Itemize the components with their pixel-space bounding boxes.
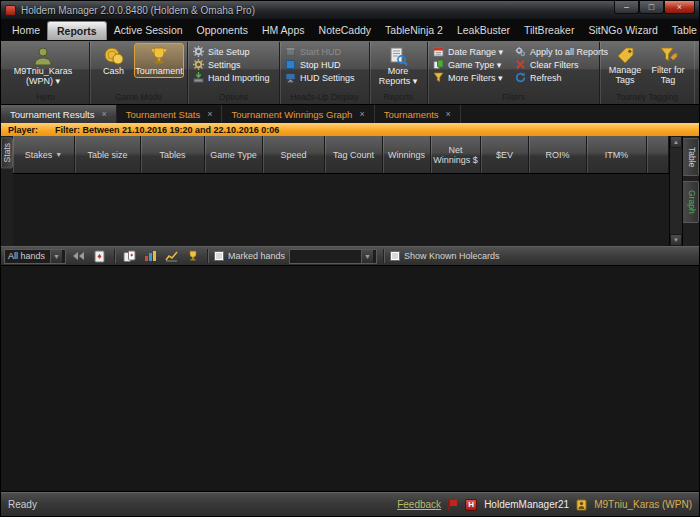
ribbon-group-hero: M9Tniu_Karas (WPN) ▾ Hero xyxy=(2,42,90,104)
column-header-itm[interactable]: ITM% xyxy=(587,136,647,173)
close-button[interactable]: × xyxy=(664,1,695,14)
menu-item-reports[interactable]: Reports xyxy=(47,21,107,40)
settings-label: Settings xyxy=(208,60,241,70)
game-type-label: Game Type ▾ xyxy=(448,60,501,70)
player-filter-label[interactable]: Player: xyxy=(1,125,45,135)
menu-item-tiltbreaker[interactable]: TiltBreaker xyxy=(517,21,581,39)
tab-tournament-winnings-graph[interactable]: Tournament Winnings Graph × xyxy=(222,105,374,123)
results-table-area: Stats Stakes▼ Table size Tables Game Typ… xyxy=(1,136,699,246)
more-reports-button[interactable]: More Reports ▾ xyxy=(373,43,423,88)
column-header-net-winnings[interactable]: Net Winnings $ xyxy=(431,136,481,173)
tab-label: Tournament Winnings Graph xyxy=(231,109,352,120)
close-tab-icon[interactable]: × xyxy=(446,109,451,119)
ribbon-group-tagging: Manage Tags Filter for Tag Tourney Taggi… xyxy=(600,42,694,104)
tab-tournaments[interactable]: Tournaments × xyxy=(375,105,461,123)
close-tab-icon[interactable]: × xyxy=(101,109,106,119)
table-header-row: Stakes▼ Table size Tables Game Type Spee… xyxy=(13,136,669,173)
account-name: HoldemManager21 xyxy=(484,499,569,510)
maximize-button[interactable]: □ xyxy=(639,1,664,14)
chevron-down-icon[interactable]: ▼ xyxy=(55,150,62,160)
column-label: Table size xyxy=(87,150,127,160)
titlebar: Holdem Manager 2.0.0.8480 (Holdem & Omah… xyxy=(1,1,699,19)
hands-filter-dropdown[interactable]: All hands ▼ xyxy=(4,249,66,264)
tourney-trophy-icon[interactable] xyxy=(184,249,201,264)
notification-flag-icon[interactable] xyxy=(448,499,458,511)
site-setup-label: Site Setup xyxy=(208,47,250,57)
menu-item-table-scanner[interactable]: Table Scanner xyxy=(665,21,700,39)
manage-tags-button[interactable]: Manage Tags xyxy=(603,43,647,87)
start-hud-label: Start HUD xyxy=(300,47,341,57)
clear-filters-button[interactable]: Clear Filters xyxy=(513,59,610,70)
show-known-holecards-checkbox[interactable] xyxy=(390,251,400,261)
menu-item-opponents[interactable]: Opponents xyxy=(190,21,255,39)
menu-item-notecaddy[interactable]: NoteCaddy xyxy=(312,21,379,39)
graph-side-tab[interactable]: Graph xyxy=(683,181,699,223)
column-header-tag-count[interactable]: Tag Count xyxy=(325,136,383,173)
column-header-table-size[interactable]: Table size xyxy=(75,136,141,173)
feedback-link[interactable]: Feedback xyxy=(397,499,441,510)
apply-gears-icon xyxy=(515,46,526,57)
menu-item-sitngo-wizard[interactable]: SitNGo Wizard xyxy=(581,21,664,39)
date-range-button[interactable]: Date Range ▾ xyxy=(431,46,505,57)
graph-icon[interactable] xyxy=(163,249,180,264)
filter-summary-text[interactable]: Filter: Between 21.10.2016 19:20 and 22.… xyxy=(45,125,279,135)
menu-item-tableninja[interactable]: TableNinja 2 xyxy=(378,21,450,39)
column-header-speed[interactable]: Speed xyxy=(263,136,325,173)
tab-tournament-stats[interactable]: Tournament Stats × xyxy=(117,105,223,123)
stats-side-tab[interactable]: Stats xyxy=(1,137,13,168)
menu-item-leakbuster[interactable]: LeakBuster xyxy=(450,21,517,39)
close-tab-icon[interactable]: × xyxy=(207,109,212,119)
column-header-winnings[interactable]: Winnings xyxy=(383,136,431,173)
hands-list-empty-panel[interactable] xyxy=(1,266,699,492)
hand-importing-button[interactable]: Hand Importing xyxy=(191,72,272,83)
menu-item-home[interactable]: Home xyxy=(5,21,47,39)
hero-selector[interactable]: M9Tniu_Karas (WPN) ▾ xyxy=(5,43,81,88)
trophy-icon xyxy=(149,46,169,66)
stats-chart-icon[interactable] xyxy=(142,249,159,264)
table-side-tab[interactable]: Table xyxy=(683,138,699,176)
holecards-icon[interactable] xyxy=(121,249,138,264)
site-setup-button[interactable]: Site Setup xyxy=(191,46,272,57)
apply-all-reports-button[interactable]: Apply to all Reports xyxy=(513,46,610,57)
logged-in-player: M9Tniu_Karas (WPN) xyxy=(594,499,692,510)
close-tab-icon[interactable]: × xyxy=(359,109,364,119)
refresh-button[interactable]: Refresh xyxy=(513,72,610,83)
cash-mode-button[interactable]: Cash xyxy=(93,43,134,78)
filter-for-tag-button[interactable]: Filter for Tag xyxy=(647,43,689,87)
menu-item-active-session[interactable]: Active Session xyxy=(107,21,190,39)
menubar: Home Reports Active Session Opponents HM… xyxy=(1,19,699,41)
tournament-mode-button[interactable]: Tournament xyxy=(134,43,184,78)
settings-button[interactable]: Settings xyxy=(191,59,272,70)
column-header-stakes[interactable]: Stakes▼ xyxy=(13,136,75,173)
replay-back-icon[interactable] xyxy=(70,249,87,264)
scroll-down-icon[interactable]: ▼ xyxy=(670,234,682,246)
column-header-game-type[interactable]: Game Type xyxy=(205,136,263,173)
menu-item-hm-apps[interactable]: HM Apps xyxy=(255,21,312,39)
marked-hands-checkbox[interactable] xyxy=(214,251,224,261)
table-body-empty[interactable] xyxy=(13,173,669,246)
more-filters-button[interactable]: More Filters ▾ xyxy=(431,72,505,83)
start-hud-button[interactable]: Start HUD xyxy=(283,46,357,57)
gear-icon xyxy=(193,46,204,57)
minimize-button[interactable]: – xyxy=(614,1,639,14)
ribbon-group-hud: Start HUD Stop HUD HUD Settings xyxy=(280,42,370,104)
funnel-icon xyxy=(433,72,444,83)
vertical-scrollbar[interactable]: ▲ ▼ xyxy=(669,136,682,246)
column-header-tables[interactable]: Tables xyxy=(141,136,205,173)
group-label-reports: Reports xyxy=(373,92,424,104)
replayer-icon[interactable] xyxy=(91,249,108,264)
column-label: Game Type xyxy=(210,150,256,160)
stop-hud-button[interactable]: Stop HUD xyxy=(283,59,357,70)
toolbar-divider xyxy=(207,249,208,263)
more-reports-label: More Reports ▾ xyxy=(375,66,421,86)
group-label-filters: Filters xyxy=(431,92,596,104)
hud-settings-button[interactable]: HUD Settings xyxy=(283,72,357,83)
window-controls: – □ × xyxy=(614,1,695,14)
scroll-up-icon[interactable]: ▲ xyxy=(670,136,682,148)
game-type-button[interactable]: Game Type ▾ xyxy=(431,59,505,70)
column-header-ev[interactable]: $EV xyxy=(481,136,529,173)
column-header-roi[interactable]: ROI% xyxy=(529,136,587,173)
refresh-label: Refresh xyxy=(530,73,562,83)
marked-hands-dropdown[interactable]: ▼ xyxy=(289,249,377,264)
tab-tournament-results[interactable]: Tournament Results × xyxy=(1,105,117,123)
